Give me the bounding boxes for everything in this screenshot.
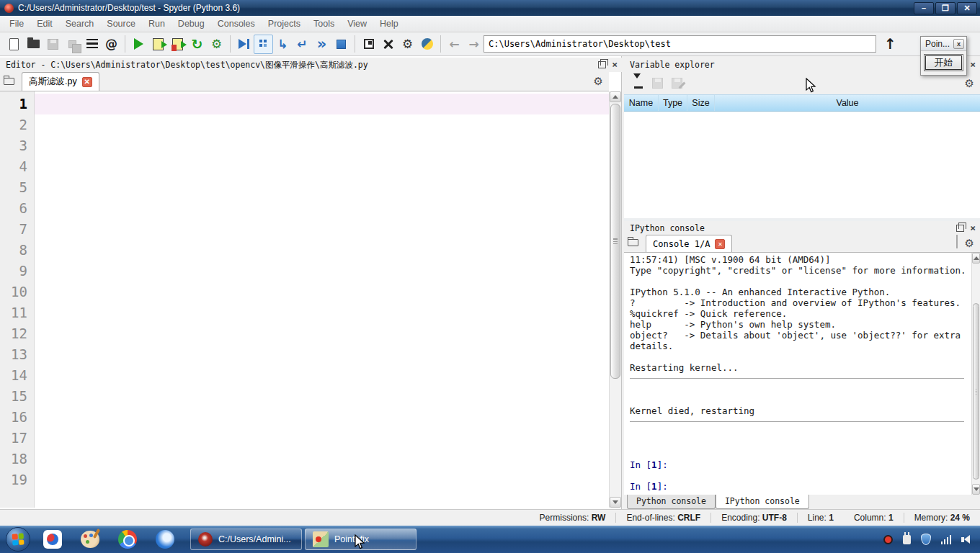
parent-directory-button[interactable]: ↑ (881, 35, 900, 54)
pointofix-start-button[interactable]: 开始 (924, 54, 963, 71)
variable-explorer-body[interactable] (624, 112, 980, 218)
pointofix-title-bar[interactable]: Poin... x (921, 37, 966, 51)
menu-view[interactable]: View (341, 17, 373, 31)
dock-tab-python-console[interactable]: Python console (627, 495, 716, 509)
file-switcher-button[interactable] (82, 35, 102, 54)
varexp-options-gear-icon[interactable]: ⚙ (965, 77, 974, 90)
minimize-button[interactable]: – (914, 2, 934, 14)
column-header-value[interactable]: Value (715, 95, 980, 111)
console-scrollbar[interactable] (971, 253, 980, 495)
console-prompt[interactable]: In [1]: (630, 481, 971, 492)
start-button[interactable] (6, 527, 30, 552)
editor-options-gear-icon[interactable]: ⚙ (594, 75, 603, 88)
preferences-wrench-icon: ⚙ (402, 37, 413, 51)
console-options-gear-icon[interactable]: ⚙ (965, 237, 974, 250)
interrupt-kernel-button[interactable] (956, 235, 958, 248)
varexp-close-icon[interactable]: × (970, 61, 976, 68)
network-signal-tray-icon[interactable] (941, 535, 952, 544)
status-column: Column: 1 (844, 513, 904, 523)
save-data-button[interactable] (648, 73, 667, 93)
scroll-up-arrow-icon[interactable] (610, 91, 621, 102)
console-output[interactable]: 11:57:41) [MSC v.1900 64 bit (AMD64)] Ty… (624, 253, 971, 495)
line-number: 6 (0, 198, 34, 219)
editor-tab-close-icon[interactable]: ✕ (82, 77, 92, 87)
editor-undock-icon[interactable] (598, 61, 606, 68)
save-button[interactable] (43, 35, 63, 54)
menu-debug[interactable]: Debug (172, 17, 211, 31)
taskbar-paint-icon[interactable] (78, 527, 102, 552)
console-tab-close-icon[interactable]: ✕ (715, 239, 725, 249)
taskbar-sunlogin-icon[interactable] (40, 527, 65, 552)
pointofix-close-icon[interactable]: x (953, 39, 964, 49)
debug-button[interactable] (234, 35, 254, 54)
run-current-line-button[interactable] (254, 35, 273, 54)
taskbar-browser-icon[interactable] (153, 527, 177, 552)
run-cell-advance-button[interactable] (168, 35, 187, 54)
close-button[interactable]: ✕ (957, 2, 977, 14)
scroll-down-arrow-icon[interactable] (972, 484, 980, 495)
open-file-button[interactable] (24, 35, 43, 54)
editor-close-icon[interactable]: × (612, 61, 618, 68)
scroll-up-arrow-icon[interactable] (972, 253, 980, 264)
menu-search[interactable]: Search (59, 17, 101, 31)
column-header-type[interactable]: Type (659, 95, 687, 111)
restore-button[interactable]: ❐ (935, 2, 956, 14)
pointofix-taskbar-icon (313, 531, 329, 547)
run-cell-advance-icon (172, 38, 183, 50)
save-data-as-button[interactable] (667, 73, 687, 93)
line-number: 13 (0, 344, 34, 365)
console-browse-tabs-button[interactable] (624, 234, 641, 251)
column-header-size[interactable]: Size (687, 95, 715, 111)
continue-button[interactable]: » (312, 35, 331, 54)
menu-tools[interactable]: Tools (307, 17, 341, 31)
preferences-button[interactable]: ⚙ (398, 35, 417, 54)
menu-help[interactable]: Help (373, 17, 405, 31)
import-data-button[interactable] (628, 73, 648, 93)
taskbar-button-spyder[interactable]: C:/Users/Admini... (190, 529, 302, 550)
new-file-button[interactable] (4, 35, 24, 54)
stop-debug-button[interactable] (331, 35, 351, 54)
run-settings-button[interactable]: ⚙ (207, 35, 226, 54)
record-tray-icon[interactable] (883, 535, 893, 544)
console-tab-bar: Console 1/A ✕ ⚙ (624, 235, 980, 253)
security-shield-tray-icon[interactable] (921, 534, 931, 545)
forward-button[interactable]: → (464, 35, 484, 54)
run-cell-icon (153, 38, 164, 50)
editor-scrollbar[interactable] (609, 91, 621, 508)
console-tab[interactable]: Console 1/A ✕ (646, 235, 732, 252)
menu-consoles[interactable]: Consoles (211, 17, 262, 31)
menu-file[interactable]: File (3, 17, 30, 31)
column-header-name[interactable]: Name (624, 95, 659, 111)
step-return-button[interactable]: ↵ (293, 35, 312, 54)
run-cell-button[interactable] (148, 35, 168, 54)
pythonpath-button[interactable] (417, 35, 437, 54)
console-undock-icon[interactable] (956, 225, 964, 232)
maximize-pane-button[interactable] (359, 35, 378, 54)
step-into-button[interactable]: ↳ (273, 35, 293, 54)
volume-tray-icon[interactable] (961, 535, 970, 544)
editor-browse-tabs-button[interactable] (0, 73, 17, 90)
editor-scrollbar-thumb[interactable] (610, 104, 620, 379)
console-scrollbar-thumb[interactable] (973, 303, 979, 480)
run-button[interactable] (129, 35, 148, 54)
menu-edit[interactable]: Edit (30, 17, 59, 31)
rerun-button[interactable]: ↻ (187, 35, 207, 54)
status-line: Line: 1 (798, 513, 844, 523)
save-all-button[interactable] (63, 35, 82, 54)
power-plug-tray-icon[interactable] (903, 535, 911, 544)
back-button[interactable]: ← (445, 35, 464, 54)
taskbar-chrome-icon[interactable] (115, 527, 140, 552)
menu-projects[interactable]: Projects (262, 17, 307, 31)
working-directory-input[interactable]: C:\Users\Administrator\Desktop\test (484, 35, 876, 53)
symbol-finder-button[interactable]: @ (102, 35, 121, 54)
fullscreen-button[interactable] (378, 35, 398, 54)
editor-body[interactable]: 1 2 3 4 5 6 7 8 9 10 11 12 13 14 15 16 1… (0, 91, 609, 508)
dock-tab-ipython-console[interactable]: IPython console (716, 495, 809, 509)
editor-tab[interactable]: 高斯滤波.py ✕ (22, 72, 99, 91)
console-close-icon[interactable]: × (970, 225, 976, 232)
menu-run[interactable]: Run (142, 17, 172, 31)
code-edit-area[interactable] (35, 91, 609, 508)
menu-source[interactable]: Source (100, 17, 142, 31)
scroll-down-arrow-icon[interactable] (610, 497, 621, 508)
maximize-pane-icon (364, 39, 374, 49)
